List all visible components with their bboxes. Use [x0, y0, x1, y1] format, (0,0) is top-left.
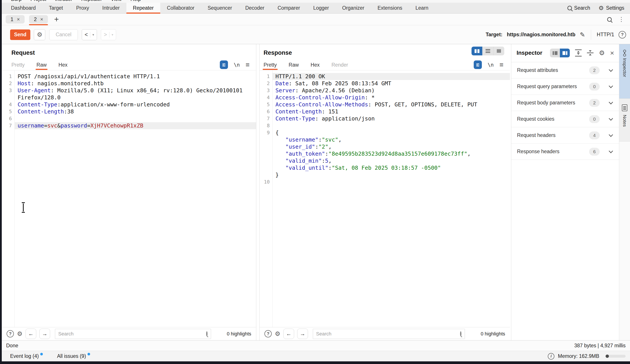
code-line[interactable]: 2Host: nagios.monitored.htb: [2, 80, 256, 87]
inspector-close-icon[interactable]: ×: [610, 50, 614, 56]
tab-extensions[interactable]: Extensions: [371, 3, 409, 14]
prev-match-button[interactable]: ←: [26, 328, 36, 339]
code-line[interactable]: 3Server: Apache/2.4.56 (Debian): [260, 87, 510, 94]
global-search-button[interactable]: Search: [567, 5, 590, 11]
edit-target-icon[interactable]: ✎: [580, 31, 585, 38]
repeater-tab-1[interactable]: 1 ×: [6, 15, 24, 24]
close-icon[interactable]: ×: [40, 16, 43, 22]
kebab-menu-icon[interactable]: ⋮: [618, 16, 624, 23]
search-settings-icon[interactable]: ⚙: [17, 330, 22, 338]
http-version[interactable]: HTTP/1: [597, 32, 614, 38]
response-search-input[interactable]: [313, 329, 465, 339]
send-button[interactable]: Send: [10, 30, 30, 40]
tab-intruder[interactable]: Intruder: [96, 3, 126, 14]
menu-view[interactable]: View: [111, 0, 122, 2]
tab-learn[interactable]: Learn: [409, 3, 435, 14]
cancel-button[interactable]: Cancel: [49, 29, 78, 40]
help-icon[interactable]: ?: [618, 31, 626, 38]
syntax-style-icon[interactable]: [474, 60, 482, 69]
history-forward-button[interactable]: > ▾: [101, 29, 116, 40]
code-line[interactable]: "auth_token":"8e49595b283523d924d8aa3515…: [260, 150, 510, 158]
settings-button[interactable]: ⚙ Settings: [598, 4, 624, 12]
prev-match-button[interactable]: ←: [283, 328, 294, 339]
tab-organizer[interactable]: Organizer: [336, 3, 371, 14]
code-line[interactable]: Firefox/128.0: [2, 94, 256, 101]
tab-proxy[interactable]: Proxy: [70, 3, 96, 14]
all-issues-button[interactable]: All issues (9): [57, 353, 90, 359]
search-settings-icon[interactable]: ⚙: [275, 330, 280, 338]
request-editor[interactable]: 1POST /nagiosxi/api/v1/authenticate HTTP…: [2, 70, 256, 327]
code-line[interactable]: 6Content-Length: 151: [260, 108, 510, 115]
editor-menu-icon[interactable]: ≡: [500, 61, 504, 69]
response-tab-raw[interactable]: Raw: [288, 60, 299, 69]
code-line[interactable]: 1POST /nagiosxi/api/v1/authenticate HTTP…: [2, 73, 256, 80]
tab-search-icon[interactable]: [607, 17, 612, 22]
code-line[interactable]: 1HTTP/1.1 200 OK: [260, 73, 510, 80]
layout-single-button[interactable]: [494, 46, 504, 56]
request-tab-raw[interactable]: Raw: [36, 60, 46, 69]
inspector-section-request-cookies[interactable]: Request cookies 0: [511, 111, 619, 127]
search-help-icon[interactable]: ?: [264, 330, 272, 338]
add-tab-button[interactable]: +: [54, 16, 59, 23]
code-line[interactable]: "valid_min":5,: [260, 158, 510, 164]
request-tab-pretty[interactable]: Pretty: [12, 60, 24, 69]
syntax-style-icon[interactable]: [220, 60, 228, 69]
menu-burp[interactable]: Burp: [11, 0, 22, 2]
inspector-dock-right-button[interactable]: [560, 48, 570, 57]
code-line[interactable]: 9{: [260, 129, 510, 136]
chevron-down-icon[interactable]: ▾: [92, 33, 94, 37]
editor-menu-icon[interactable]: ≡: [246, 61, 250, 69]
collapse-all-icon[interactable]: [587, 50, 594, 56]
history-back-button[interactable]: < ▾: [82, 29, 97, 40]
code-line[interactable]: "valid_until":"Sat, 08 Feb 2025 03:18:57…: [260, 164, 510, 172]
repeater-tab-2[interactable]: 2 ×: [29, 15, 48, 24]
show-newlines-icon[interactable]: \n: [234, 62, 240, 68]
tab-sequencer[interactable]: Sequencer: [201, 3, 238, 14]
menu-intruder[interactable]: Intruder: [55, 0, 72, 2]
layout-rows-button[interactable]: [482, 46, 494, 56]
expand-all-icon[interactable]: [575, 50, 582, 56]
code-line[interactable]: 7username=svc&password=XjH7VCehowpR1xZB: [2, 122, 256, 129]
tab-repeater[interactable]: Repeater: [126, 3, 160, 14]
menu-project[interactable]: Project: [30, 0, 46, 2]
code-line[interactable]: 4Access-Control-Allow-Origin: *: [260, 94, 510, 101]
show-newlines-icon[interactable]: \n: [488, 62, 494, 68]
code-line[interactable]: "user_id":"2",: [260, 143, 510, 150]
tab-logger[interactable]: Logger: [307, 3, 336, 14]
code-line[interactable]: 7Content-Type: application/json: [260, 115, 510, 122]
response-viewer[interactable]: 1HTTP/1.1 200 OK2Date: Sat, 08 Feb 2025 …: [260, 70, 510, 327]
tab-target[interactable]: Target: [42, 3, 70, 14]
code-line[interactable]: 5Content-Length:38: [2, 108, 256, 115]
next-match-button[interactable]: →: [297, 328, 308, 339]
code-line[interactable]: 3User-Agent: Mozilla/5.0 (X11; Linux x86…: [2, 87, 256, 94]
tab-decoder[interactable]: Decoder: [239, 3, 271, 14]
inspector-section-request-query-parameters[interactable]: Request query parameters 0: [511, 78, 619, 95]
event-log-button[interactable]: Event log (4): [10, 353, 43, 359]
response-tab-render[interactable]: Render: [332, 60, 348, 69]
send-settings-button[interactable]: ⚙: [34, 29, 45, 40]
request-search-input[interactable]: [55, 329, 211, 339]
tab-dashboard[interactable]: Dashboard: [4, 3, 42, 14]
chevron-down-icon[interactable]: ▾: [112, 33, 114, 37]
response-tab-pretty[interactable]: Pretty: [264, 60, 277, 69]
inspector-section-request-body-parameters[interactable]: Request body parameters 2: [511, 95, 619, 111]
code-line[interactable]: 4Content-Type:application/x-www-form-url…: [2, 101, 256, 108]
layout-columns-button[interactable]: [472, 46, 482, 56]
code-line[interactable]: 2Date: Sat, 08 Feb 2025 08:13:54 GMT: [260, 80, 510, 87]
response-tab-hex[interactable]: Hex: [310, 60, 320, 69]
tab-collaborator[interactable]: Collaborator: [160, 3, 201, 14]
code-line[interactable]: 8: [260, 122, 510, 129]
close-icon[interactable]: ×: [17, 16, 20, 22]
info-icon[interactable]: i: [548, 353, 554, 360]
code-line[interactable]: 6: [2, 115, 256, 122]
rail-tab-notes[interactable]: Notes: [619, 98, 630, 142]
search-help-icon[interactable]: ?: [6, 330, 14, 338]
inspector-dock-left-button[interactable]: [550, 48, 560, 57]
code-line[interactable]: "username":"svc",: [260, 136, 510, 143]
next-match-button[interactable]: →: [39, 328, 50, 339]
menu-help[interactable]: Help: [130, 0, 141, 2]
inspector-section-request-headers[interactable]: Request headers 4: [511, 127, 619, 144]
code-line[interactable]: 5Access-Control-Allow-Methods: POST, GET…: [260, 101, 510, 108]
code-line[interactable]: 10: [260, 178, 510, 186]
rail-tab-inspector[interactable]: Inspector: [619, 44, 630, 98]
